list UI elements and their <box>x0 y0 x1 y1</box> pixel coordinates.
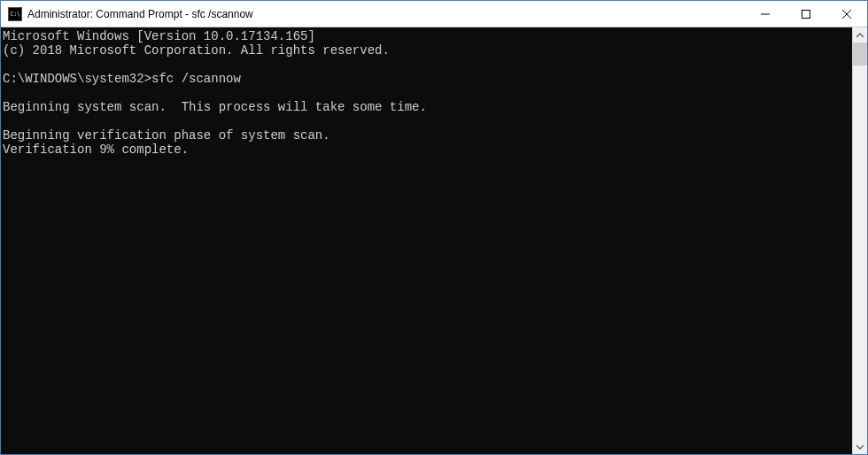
titlebar[interactable]: C:\ Administrator: Command Prompt - sfc … <box>1 1 867 27</box>
window-controls <box>745 1 867 27</box>
close-button[interactable] <box>826 1 867 27</box>
command-prompt-window: C:\ Administrator: Command Prompt - sfc … <box>0 0 868 455</box>
chevron-down-icon <box>856 443 864 451</box>
svg-rect-1 <box>802 10 810 18</box>
content-area: Microsoft Windows [Version 10.0.17134.16… <box>1 27 867 454</box>
terminal-line: Verification 9% complete. <box>3 143 852 157</box>
terminal-line <box>3 86 852 100</box>
scroll-up-button[interactable] <box>853 27 867 42</box>
app-icon-text: C:\ <box>10 11 19 18</box>
terminal-line: Beginning system scan. This process will… <box>3 100 852 114</box>
minimize-button[interactable] <box>745 1 786 27</box>
minimize-icon <box>761 10 770 19</box>
app-icon: C:\ <box>8 7 22 21</box>
maximize-icon <box>802 10 810 19</box>
scroll-thumb[interactable] <box>853 42 867 66</box>
vertical-scrollbar[interactable] <box>852 27 867 454</box>
terminal-line <box>3 58 852 72</box>
terminal-line: (c) 2018 Microsoft Corporation. All righ… <box>3 43 852 58</box>
terminal-line: Beginning verification phase of system s… <box>3 128 852 143</box>
terminal-line <box>3 114 852 128</box>
terminal-line: Microsoft Windows [Version 10.0.17134.16… <box>3 29 852 43</box>
scroll-down-button[interactable] <box>853 439 867 454</box>
chevron-up-icon <box>856 32 864 39</box>
terminal-output[interactable]: Microsoft Windows [Version 10.0.17134.16… <box>1 27 852 454</box>
close-icon <box>842 10 851 19</box>
maximize-button[interactable] <box>786 1 826 27</box>
scroll-track[interactable] <box>853 42 867 439</box>
window-title: Administrator: Command Prompt - sfc /sca… <box>27 8 745 20</box>
terminal-line: C:\WINDOWS\system32>sfc /scannow <box>3 72 852 86</box>
